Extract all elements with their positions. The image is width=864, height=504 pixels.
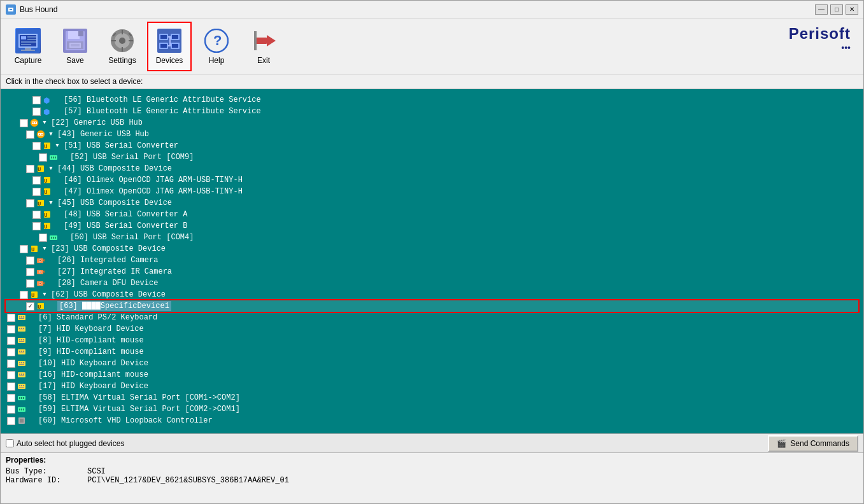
svg-rect-77 xyxy=(51,237,52,239)
svg-point-52 xyxy=(32,122,34,123)
list-item: [27] Integrated IR Camera xyxy=(6,266,858,277)
expand-icon[interactable]: ▼ xyxy=(41,291,48,298)
auto-select-checkbox[interactable] xyxy=(6,439,14,447)
svg-rect-8 xyxy=(27,39,36,40)
svg-marker-87 xyxy=(43,270,45,273)
property-value: PCI\VEN_1217&DEV_8621&SUBSYS_386B17AA&RE… xyxy=(87,476,289,485)
svg-rect-136 xyxy=(23,397,24,399)
send-commands-button[interactable]: 🎬 Send Commands xyxy=(768,435,858,452)
device-checkbox[interactable] xyxy=(26,165,34,173)
device-label: [44] USB Composite Device xyxy=(57,164,172,173)
settings-label: Settings xyxy=(108,56,136,65)
svg-rect-25 xyxy=(111,40,116,41)
list-item: U [63] ████SpecificDevice1 xyxy=(6,300,858,312)
capture-button[interactable]: Capture xyxy=(6,22,50,71)
usb-icon: U xyxy=(36,164,46,174)
device-checkbox[interactable] xyxy=(7,394,15,402)
help-icon: ? xyxy=(204,28,229,53)
device-checkbox[interactable] xyxy=(20,119,28,127)
device-label: [63] ████SpecificDevice1 xyxy=(57,301,171,311)
list-item: [9] HID-compliant mouse xyxy=(6,346,858,358)
list-item: [58] ELTIMA Virtual Serial Port [COM1->C… xyxy=(6,392,858,403)
list-item: U [48] USB Serial Converter A xyxy=(6,209,858,220)
list-item: ▼[43] Generic USB Hub xyxy=(6,129,858,140)
save-button[interactable]: Save xyxy=(53,22,97,71)
device-checkbox[interactable] xyxy=(7,325,15,333)
device-checkbox[interactable] xyxy=(7,371,15,379)
usb-icon: U xyxy=(42,186,52,197)
device-checkbox[interactable] xyxy=(39,234,47,242)
device-checkbox[interactable] xyxy=(7,382,15,391)
svg-rect-62 xyxy=(53,157,54,158)
list-item: [26] Integrated Camera xyxy=(6,255,858,266)
device-checkbox[interactable] xyxy=(7,314,15,322)
close-button[interactable]: ✕ xyxy=(846,4,858,15)
hid-icon xyxy=(17,312,27,323)
list-item: [50] USB Serial Port [COM4] xyxy=(6,232,858,243)
device-checkbox[interactable] xyxy=(26,279,34,288)
settings-button[interactable]: Settings xyxy=(100,22,145,71)
device-checkbox[interactable] xyxy=(32,142,41,150)
expand-icon[interactable]: ▼ xyxy=(53,142,61,150)
svg-rect-6 xyxy=(21,36,26,39)
device-checkbox[interactable] xyxy=(26,268,34,276)
bt-icon: ⬢ xyxy=(42,106,52,116)
hub-icon xyxy=(29,118,39,128)
device-label: [7] HID Keyboard Device xyxy=(38,325,144,333)
device-checkbox[interactable] xyxy=(32,176,41,185)
device-checkbox[interactable] xyxy=(39,153,47,162)
maximize-button[interactable]: □ xyxy=(830,4,843,15)
exit-button[interactable]: Exit xyxy=(241,22,286,71)
list-item: ▼[22] Generic USB Hub xyxy=(6,117,858,129)
expand-placeholder xyxy=(53,176,61,184)
property-row: Hardware ID:PCI\VEN_1217&DEV_8621&SUBSYS… xyxy=(6,476,858,485)
svg-rect-78 xyxy=(53,237,54,239)
device-checkbox[interactable] xyxy=(7,417,15,425)
device-tree: ⬢ [56] Bluetooth LE Generic Attribute Se… xyxy=(1,92,863,429)
expand-placeholder xyxy=(53,188,61,195)
expand-icon[interactable]: ▼ xyxy=(47,130,55,138)
device-checkbox[interactable] xyxy=(20,291,28,299)
hub-icon xyxy=(36,129,46,139)
device-checkbox[interactable] xyxy=(20,245,28,253)
usb-icon: U xyxy=(29,290,39,300)
list-item: [6] Standard PS/2 Keyboard xyxy=(6,312,858,323)
svg-marker-44 xyxy=(267,35,276,46)
svg-point-53 xyxy=(35,122,36,123)
device-checkbox[interactable] xyxy=(7,360,15,368)
device-checkbox[interactable] xyxy=(26,199,34,207)
svg-text:⬢: ⬢ xyxy=(43,108,50,116)
expand-placeholder xyxy=(53,108,61,115)
expand-icon[interactable]: ▼ xyxy=(41,245,48,253)
device-checkbox[interactable] xyxy=(26,302,34,311)
devices-button[interactable]: Devices xyxy=(147,22,192,71)
app-icon xyxy=(6,4,16,15)
minimize-button[interactable]: — xyxy=(815,4,828,15)
send-commands-icon: 🎬 xyxy=(777,439,786,448)
device-checkbox[interactable] xyxy=(7,405,15,414)
device-checkbox[interactable] xyxy=(32,188,41,196)
device-checkbox[interactable] xyxy=(26,256,34,265)
device-checkbox[interactable] xyxy=(7,348,15,356)
expand-icon[interactable]: ▼ xyxy=(47,199,55,207)
device-checkbox[interactable] xyxy=(32,96,41,104)
svg-text:U: U xyxy=(44,144,47,150)
device-checkbox[interactable] xyxy=(7,337,15,345)
expand-icon[interactable]: ▼ xyxy=(41,119,48,127)
svg-rect-45 xyxy=(254,31,257,50)
serial-icon xyxy=(48,152,59,162)
device-checkbox[interactable] xyxy=(32,222,41,230)
device-checkbox[interactable] xyxy=(32,211,41,219)
svg-rect-9 xyxy=(21,41,36,43)
expand-placeholder xyxy=(53,211,61,218)
svg-rect-127 xyxy=(19,375,24,376)
expand-icon[interactable]: ▼ xyxy=(47,165,55,172)
device-checkbox[interactable] xyxy=(32,108,41,116)
expand-placeholder xyxy=(28,337,36,344)
list-item: U [47] Olimex OpenOCD JTAG ARM-USB-TINY-… xyxy=(6,186,858,197)
svg-rect-33 xyxy=(172,35,178,39)
svg-rect-26 xyxy=(129,40,133,41)
device-checkbox[interactable] xyxy=(26,130,34,139)
main-window: Bus Hound — □ ✕ xyxy=(0,0,864,504)
help-button[interactable]: ? Help xyxy=(194,22,239,71)
